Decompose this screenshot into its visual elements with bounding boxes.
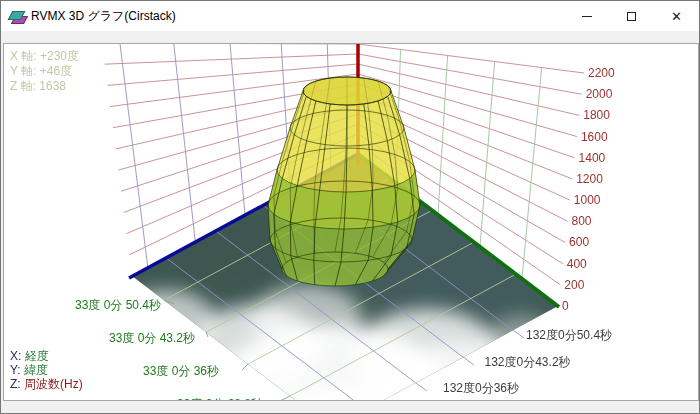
close-button[interactable]: ✕	[654, 1, 699, 31]
app-window: RVMX 3D グラフ(Cirstack) ✕ 0200400600800100…	[0, 0, 700, 414]
maximize-icon	[627, 12, 636, 21]
minimize-button[interactable]	[564, 1, 609, 31]
minimize-icon	[582, 16, 592, 17]
graph-panel[interactable]: 0200400600800100012001400160018002000220…	[3, 43, 699, 401]
maximize-button[interactable]	[609, 1, 654, 31]
window-controls: ✕	[564, 1, 699, 31]
3d-scene	[4, 44, 698, 400]
title-bar: RVMX 3D グラフ(Cirstack) ✕	[1, 1, 699, 31]
window-title: RVMX 3D グラフ(Cirstack)	[31, 1, 176, 31]
3d-surface-chart-icon	[9, 8, 25, 24]
